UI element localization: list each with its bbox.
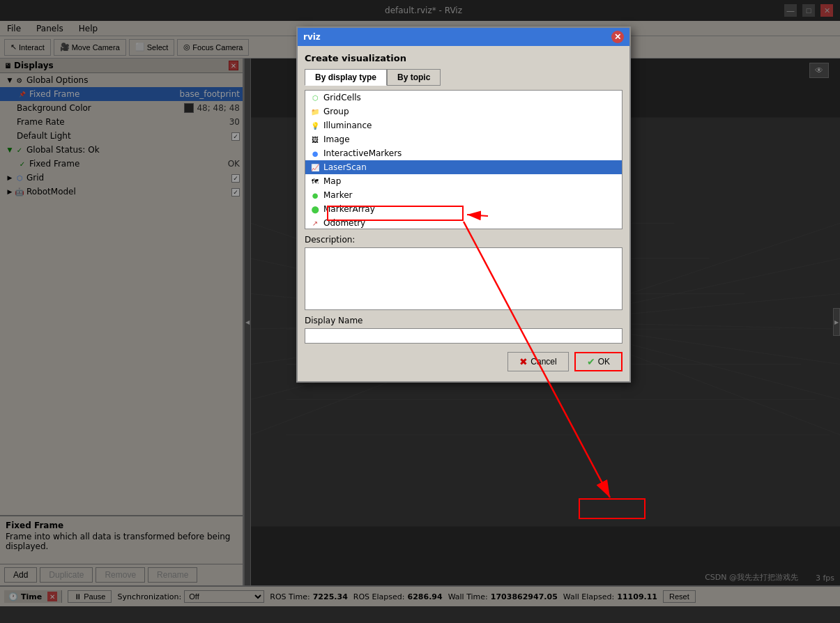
- map-label: Map: [323, 176, 341, 186]
- marker-label: Marker: [323, 190, 352, 200]
- modal-buttons: ✖ Cancel ✔ OK: [305, 349, 623, 374]
- list-item-odometry[interactable]: ↗ Odometry: [305, 216, 622, 229]
- modal-title-bar: rviz ✕: [298, 28, 629, 46]
- list-item-group[interactable]: 📁 Group: [305, 105, 622, 118]
- list-item-map[interactable]: 🗺 Map: [305, 174, 622, 188]
- markerarray-label: MarkerArray: [323, 204, 375, 214]
- display-name-input[interactable]: [305, 328, 623, 344]
- markerarray-icon: ⬤: [310, 203, 321, 215]
- ok-icon: ✔: [587, 356, 595, 367]
- tab-display-type[interactable]: By display type: [305, 69, 387, 86]
- display-name-label: Display Name: [305, 316, 623, 325]
- desc-label: Description:: [305, 235, 623, 245]
- modal-header: Create visualization: [305, 53, 623, 63]
- modal-close-button[interactable]: ✕: [611, 31, 624, 43]
- interactive-markers-icon: ●: [310, 148, 321, 159]
- list-item-marker[interactable]: ● Marker: [305, 188, 622, 202]
- image-icon: 🖼: [310, 134, 321, 145]
- marker-icon: ●: [310, 190, 321, 201]
- tab-bar: By display type By topic: [305, 69, 623, 86]
- illuminance-icon: 💡: [310, 120, 321, 131]
- cancel-button[interactable]: ✖ Cancel: [507, 352, 568, 371]
- group-icon: 📁: [310, 106, 321, 117]
- list-wrapper: ⬡ GridCells 📁 Group 💡 Illuminance 🖼 Imag…: [305, 90, 623, 229]
- list-item-image[interactable]: 🖼 Image: [305, 132, 622, 146]
- list-item-interactive-markers[interactable]: ● InteractiveMarkers: [305, 146, 622, 160]
- list-item-laserscan[interactable]: 📈 LaserScan: [305, 160, 622, 174]
- image-label: Image: [323, 134, 350, 144]
- laserscan-icon: 📈: [310, 162, 321, 173]
- interactive-markers-label: InteractiveMarkers: [323, 148, 402, 158]
- odometry-icon: ↗: [310, 217, 321, 229]
- odometry-label: Odometry: [323, 218, 365, 228]
- modal-body: Create visualization By display type By …: [298, 46, 629, 381]
- map-icon: 🗺: [310, 176, 321, 187]
- group-label: Group: [323, 107, 349, 116]
- modal-overlay: rviz ✕ Create visualization By display t…: [0, 0, 840, 623]
- tab-by-topic[interactable]: By topic: [387, 69, 441, 86]
- gridcells-icon: ⬡: [310, 92, 321, 103]
- gridcells-label: GridCells: [323, 93, 361, 102]
- desc-area: [305, 247, 623, 310]
- create-visualization-modal: rviz ✕ Create visualization By display t…: [296, 26, 631, 383]
- laserscan-label: LaserScan: [323, 162, 367, 172]
- list-item-markerarray[interactable]: ⬤ MarkerArray: [305, 202, 622, 216]
- modal-title: rviz: [303, 32, 321, 42]
- ok-button[interactable]: ✔ OK: [574, 352, 623, 371]
- list-item-gridcells[interactable]: ⬡ GridCells: [305, 91, 622, 105]
- illuminance-label: Illuminance: [323, 121, 372, 130]
- list-item-illuminance[interactable]: 💡 Illuminance: [305, 118, 622, 132]
- cancel-icon: ✖: [519, 356, 528, 367]
- visualization-list[interactable]: ⬡ GridCells 📁 Group 💡 Illuminance 🖼 Imag…: [305, 90, 623, 229]
